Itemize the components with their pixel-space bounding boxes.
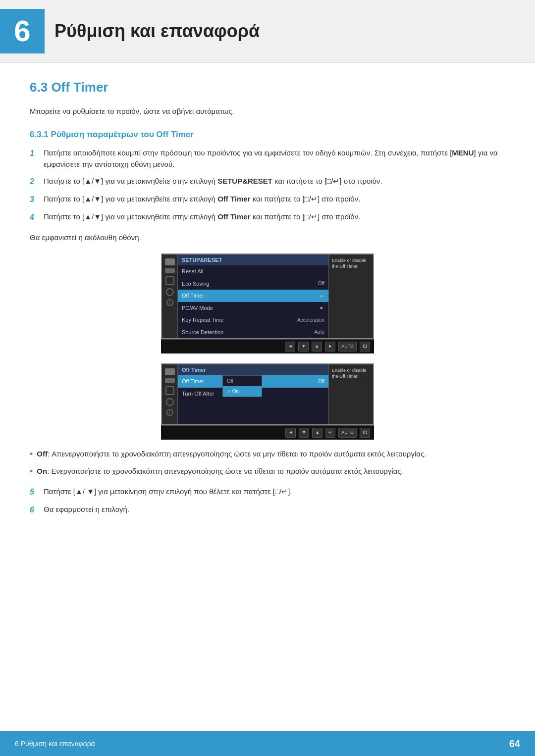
screen2-frame: i Off Timer Off Timer Off Off ✓ O — [161, 363, 374, 426]
screen2-left-icons: i — [162, 364, 178, 425]
icon-circle2 — [165, 386, 174, 395]
screen1-sidenote: Enable or disable the Off Timer. — [328, 254, 373, 339]
step-5: 5 Πατήστε [▲/ ▼] για μετακίνηση στην επι… — [30, 486, 505, 498]
page-header: 6 Ρύθμιση και επαναφορά — [0, 0, 535, 63]
screen2-menu: Off Timer Off Timer Off Off ✓ On — [178, 364, 328, 425]
btn-up: ▲ — [312, 342, 322, 352]
step-2: 2 Πατήστε το [▲/▼] για να μετακινηθείτε … — [30, 176, 505, 188]
icon-circle — [165, 276, 174, 285]
icon-info2: i — [166, 409, 173, 416]
btn2-down: ▼ — [299, 428, 309, 438]
icon-gear2 — [166, 398, 174, 406]
step-3: 3 Πατήστε το [▲/▼] για να μετακινηθείτε … — [30, 194, 505, 205]
menu-item-pcav: PC/AV Mode► — [178, 302, 328, 314]
bullet-on: • On: Ενεργοποιήστε το χρονοδιακόπτη απε… — [30, 466, 505, 477]
btn2-enter: ↵ — [325, 428, 335, 438]
screen2-title: Off Timer — [178, 364, 328, 376]
menu-item-offtimer: Off Timer► — [178, 290, 328, 302]
screen2-spacer — [178, 400, 328, 424]
steps-list: 1 Πατήστε οποιοδήποτε κουμπί στην πρόσοψ… — [30, 148, 505, 223]
footer-page-number: 64 — [509, 736, 520, 751]
screen1-left-icons: i — [162, 254, 178, 339]
menu-item-keyrepeat: Key Repeat TimeAcceleration — [178, 314, 328, 326]
menu-item-sourcedetect: Source DetectionAuto — [178, 326, 328, 339]
step-4: 4 Πατήστε το [▲/▼] για να μετακινηθείτε … — [30, 211, 505, 223]
btn2-power: ⏻ — [360, 428, 370, 438]
step-1: 1 Πατήστε οποιοδήποτε κουμπί στην πρόσοψ… — [30, 148, 505, 170]
menu-item-eco: Eco SavingOff — [178, 278, 328, 290]
btn-auto: AUTO — [338, 342, 357, 352]
page-footer: 6 Ρύθμιση και επαναφορά 64 — [0, 731, 535, 756]
menu-item-reset: Reset All — [178, 265, 328, 278]
btn2-up: ▲ — [312, 428, 322, 438]
screen2-sidenote: Enable or disable the Off Timer. — [328, 364, 373, 425]
section-heading: 6.3 Off Timer — [30, 78, 505, 97]
screen1-menu: SETUP&RESET Reset All Eco SavingOff Off … — [178, 254, 328, 339]
screen1-frame: i SETUP&RESET Reset All Eco SavingOff Of… — [161, 253, 374, 340]
chapter-title: Ρύθμιση και επαναφορά — [54, 18, 260, 45]
screen-container: i SETUP&RESET Reset All Eco SavingOff Of… — [30, 253, 505, 440]
dropdown-on: ✓ On — [223, 386, 262, 397]
chapter-number: 6 — [0, 9, 45, 53]
intro-text: Μπορείτε να ρυθμίσετε το προϊόν, ώστε να… — [30, 106, 505, 117]
btn-down: ▼ — [298, 342, 309, 352]
screen2-offtimer-row: Off Timer Off Off ✓ On — [178, 375, 328, 388]
screen-intro-text: Θα εμφανιστεί η ακόλουθη οθόνη. — [30, 232, 505, 244]
step-6: 6 Θα εφαρμοστεί η επιλογή. — [30, 504, 505, 516]
final-steps-list: 5 Πατήστε [▲/ ▼] για μετακίνηση στην επι… — [30, 486, 505, 516]
screen2-bottombar: ◄ ▼ ▲ ↵ AUTO ⏻ — [161, 425, 374, 440]
screen1-mockup: i SETUP&RESET Reset All Eco SavingOff Of… — [161, 253, 374, 353]
icon-lines2 — [165, 378, 175, 383]
btn2-auto: AUTO — [338, 428, 357, 438]
icon-lines — [165, 268, 175, 273]
subsection-heading: 6.3.1 Ρύθμιση παραμέτρων του Off Timer — [30, 128, 505, 141]
screen1-title: SETUP&RESET — [178, 254, 328, 266]
bullet-list: • Off: Απενεργοποιήστε το χρονοδιακόπτη … — [30, 449, 505, 478]
btn-power: ⏻ — [360, 342, 370, 352]
icon-gear — [166, 288, 174, 296]
screen2-mockup: i Off Timer Off Timer Off Off ✓ O — [161, 363, 374, 440]
btn2-left: ◄ — [285, 428, 296, 438]
screen2-dropdown: Off ✓ On — [222, 375, 262, 397]
btn-left: ◄ — [285, 342, 295, 352]
icon-monitor — [165, 258, 175, 265]
dropdown-off: Off — [223, 376, 262, 386]
btn-right: ► — [325, 342, 335, 352]
screen1-bottombar: ◄ ▼ ▲ ► AUTO ⏻ — [161, 339, 374, 353]
bullet-off: • Off: Απενεργοποιήστε το χρονοδιακόπτη … — [30, 449, 505, 460]
icon-monitor2 — [165, 368, 175, 375]
icon-info: i — [166, 299, 173, 306]
main-content: 6.3 Off Timer Μπορείτε να ρυθμίσετε το π… — [0, 78, 535, 554]
footer-left-text: 6 Ρύθμιση και επαναφορά — [15, 739, 95, 749]
